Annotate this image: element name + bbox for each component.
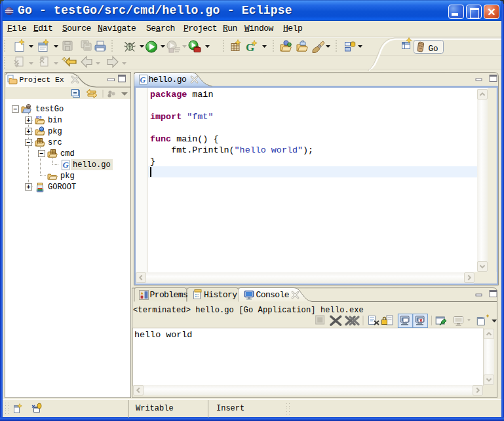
svg-text:G: G [63, 160, 69, 170]
svg-text:Go: Go [429, 45, 438, 54]
svg-text:010: 010 [36, 115, 42, 119]
